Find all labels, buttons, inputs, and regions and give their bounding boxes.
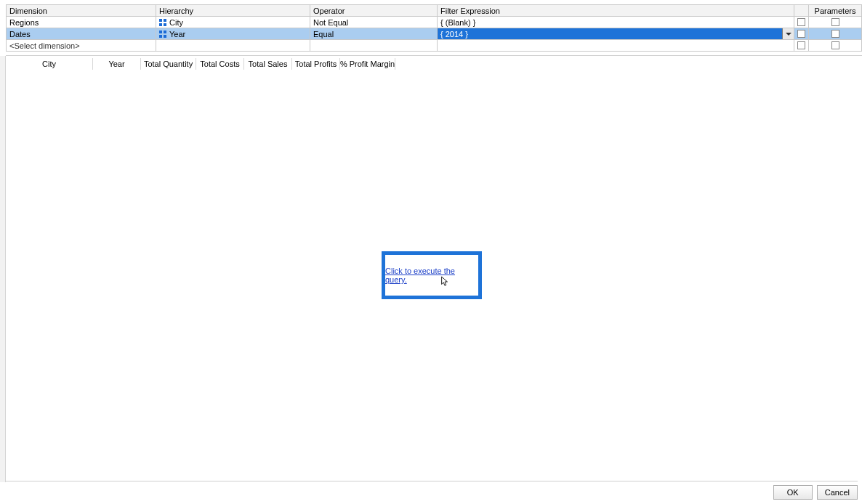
cell-operator-empty[interactable] — [310, 40, 438, 52]
header-operator[interactable]: Operator — [310, 5, 438, 17]
cell-hierarchy[interactable]: Year — [156, 28, 310, 40]
separator — [6, 55, 862, 56]
cancel-button[interactable]: Cancel — [817, 485, 858, 500]
cell-dimension[interactable]: Dates — [7, 28, 156, 40]
left-rail — [0, 56, 6, 482]
col-total-sales[interactable]: Total Sales — [244, 58, 292, 70]
header-hierarchy[interactable]: Hierarchy — [156, 5, 310, 17]
dialog-footer: OK Cancel — [6, 481, 858, 500]
filter-row-new[interactable]: <Select dimension> — [7, 40, 862, 52]
hierarchy-icon — [159, 19, 166, 26]
checkbox-icon[interactable] — [831, 30, 839, 38]
col-total-quantity[interactable]: Total Quantity — [141, 58, 196, 70]
header-spacer — [794, 5, 809, 17]
execute-query-box: Click to execute the query. — [382, 251, 482, 299]
filter-row-dates[interactable]: Dates Year Equal { 2014 } — [7, 28, 862, 40]
col-profit-margin[interactable]: % Profit Margin — [340, 58, 395, 70]
cell-hierarchy[interactable]: City — [156, 17, 310, 28]
filter-grid-header: Dimension Hierarchy Operator Filter Expr… — [7, 5, 862, 17]
hierarchy-label: City — [169, 18, 183, 27]
checkbox-icon[interactable] — [797, 18, 805, 26]
cell-chk-param[interactable] — [809, 28, 862, 40]
col-city[interactable]: City — [6, 58, 93, 70]
header-filter-expression[interactable]: Filter Expression — [438, 5, 794, 17]
dropdown-button[interactable] — [782, 28, 794, 39]
hierarchy-label: Year — [169, 30, 185, 38]
cell-expression-empty[interactable] — [438, 40, 794, 52]
checkbox-icon[interactable] — [797, 30, 805, 38]
checkbox-icon[interactable] — [831, 41, 839, 49]
filter-row-regions[interactable]: Regions City Not Equal { (Blank) } — [7, 17, 862, 28]
cell-operator[interactable]: Not Equal — [310, 17, 438, 28]
ok-button[interactable]: OK — [773, 485, 813, 500]
cell-chk-a[interactable] — [794, 17, 809, 28]
filter-grid: Dimension Hierarchy Operator Filter Expr… — [6, 4, 862, 52]
col-total-costs[interactable]: Total Costs — [196, 58, 244, 70]
checkbox-icon[interactable] — [797, 41, 805, 49]
select-dimension-placeholder[interactable]: <Select dimension> — [7, 40, 156, 52]
execute-query-link[interactable]: Click to execute the query. — [385, 267, 478, 284]
cell-chk-a[interactable] — [794, 28, 809, 40]
result-columns: City Year Total Quantity Total Costs Tot… — [6, 58, 395, 70]
header-dimension[interactable]: Dimension — [7, 5, 156, 17]
cell-expression-dropdown[interactable]: { 2014 } — [438, 28, 794, 40]
cell-dimension[interactable]: Regions — [7, 17, 156, 28]
cell-operator[interactable]: Equal — [310, 28, 438, 40]
checkbox-icon[interactable] — [831, 18, 839, 26]
cell-chk-param[interactable] — [809, 17, 862, 28]
cell-chk-a[interactable] — [794, 40, 809, 52]
cell-chk-param[interactable] — [809, 40, 862, 52]
cell-expression[interactable]: { (Blank) } — [438, 17, 794, 28]
col-total-profits[interactable]: Total Profits — [292, 58, 340, 70]
header-parameters[interactable]: Parameters — [809, 5, 862, 17]
hierarchy-icon — [159, 31, 166, 38]
cell-hierarchy-empty[interactable] — [156, 40, 310, 52]
expression-value: { 2014 } — [440, 30, 468, 38]
col-year[interactable]: Year — [93, 58, 141, 70]
